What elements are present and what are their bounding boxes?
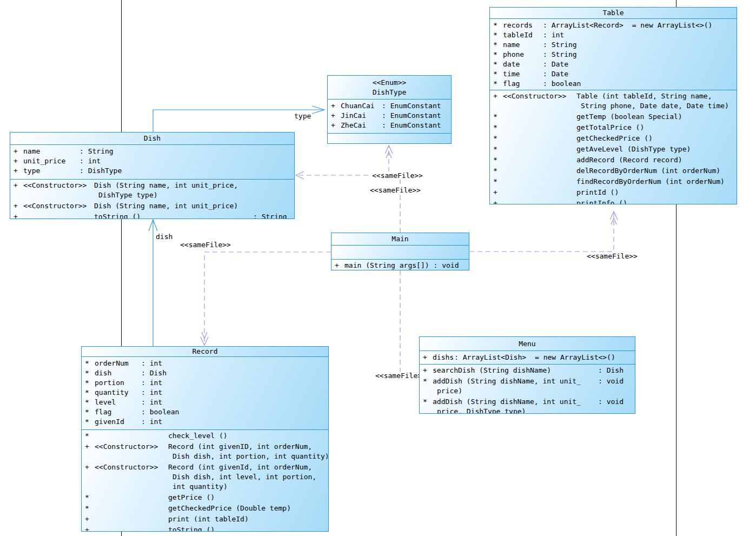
class-main[interactable]: Main +main (String args[]): void: [331, 233, 469, 270]
dependency-label-main-record[interactable]: <<sameFile>>: [180, 241, 231, 249]
attribute-row: +type: DishType: [14, 166, 291, 176]
class-dishtype[interactable]: <<Enum>>DishType +ChuanCai: EnumConstant…: [327, 75, 452, 144]
method-row: *addRecord (Record record): [493, 155, 733, 165]
method-row: +toString (): String: [14, 212, 291, 219]
association-label-type[interactable]: type: [294, 112, 311, 120]
method-row: +<<Constructor>>Dish (String name, int u…: [14, 201, 291, 211]
class-dish-title: Dish: [10, 133, 294, 144]
method-row: +searchDish (String dishName): Dish: [423, 366, 632, 375]
method-row: +print (int tableId): [85, 514, 325, 524]
attribute-row: *givenId: int: [85, 417, 325, 427]
attribute-row: +ZheCai: EnumConstant: [331, 121, 448, 130]
attribute-row: *flag: boolean: [85, 407, 325, 417]
attribute-row: *tableId: int: [493, 30, 733, 40]
class-table-methods: +<<Constructor>>Table (int tableId, Stri…: [490, 90, 737, 204]
dependency-label-main-dishtype[interactable]: <<sameFile>>: [369, 186, 421, 194]
class-title-line: Dish: [10, 134, 294, 143]
method-row: *getCheckedPrice (Double temp): [85, 504, 325, 513]
connector-main-to-record[interactable]: [201, 252, 331, 345]
attribute-row: +ChuanCai: EnumConstant: [331, 101, 448, 111]
class-menu-title: Menu: [420, 337, 635, 350]
connector-main-to-table[interactable]: [469, 211, 618, 252]
class-record-methods: *check_level ()+<<Constructor>>Record (i…: [82, 429, 328, 532]
class-menu[interactable]: Menu +dishs: ArrayList<Dish>= new ArrayL…: [419, 336, 635, 414]
method-row: +printInfo (): [493, 198, 733, 204]
method-row: +<<Constructor>>Record (int givenID, int…: [85, 442, 325, 461]
class-title-line: <<Enum>>: [328, 78, 451, 88]
attribute-row: +unit_price: int: [14, 156, 291, 166]
attribute-row: *name: String: [493, 40, 733, 50]
attribute-row: *portion: int: [85, 378, 325, 388]
method-row: +<<Constructor>>Record (int givenId, int…: [85, 462, 325, 492]
class-main-title: Main: [331, 233, 469, 245]
class-title-line: Record: [82, 347, 328, 356]
class-title-line: Table: [490, 8, 737, 18]
class-record[interactable]: Record *orderNum: int*dish: Dish*portion…: [81, 346, 329, 532]
connector-main-to-dishtype[interactable]: [385, 145, 393, 172]
method-row: *getTotalPrice (): [493, 123, 733, 133]
method-row: *findRecordByOrderNum (int orderNum): [493, 177, 733, 187]
uml-diagram-canvas: type dish <<sameFile>> <<sameFile>> <<sa…: [0, 0, 756, 536]
attribute-row: *date: Date: [493, 59, 733, 69]
dependency-label-main-table[interactable]: <<sameFile>>: [586, 252, 638, 260]
class-menu-methods: +searchDish (String dishName): Dish*addD…: [420, 364, 635, 414]
class-table-attributes: *records: ArrayList<Record>= new ArrayLi…: [490, 18, 737, 90]
method-row: *check_level (): [85, 431, 325, 441]
class-dishtype-methods: [328, 133, 451, 143]
method-row: *addDish (String dishName, int unit_pric…: [423, 376, 632, 396]
class-record-attributes: *orderNum: int*dish: Dish*portion: int*q…: [82, 356, 328, 429]
class-dish-methods: +<<Constructor>>Dish (String name, int u…: [10, 179, 294, 219]
method-row: *addDish (String dishName, int unit_pric…: [423, 397, 632, 414]
method-row: *getPrice (): [85, 493, 325, 502]
dependency-label-main-dish[interactable]: <<sameFile>>: [372, 171, 423, 180]
method-row: *getAveLevel (DishType type): [493, 144, 733, 154]
method-row: +<<Constructor>>Table (int tableId, Stri…: [493, 91, 733, 111]
attribute-row: *phone: String: [493, 50, 733, 59]
attribute-row: *quantity: int: [85, 388, 325, 398]
attribute-row: *dish: Dish: [85, 368, 325, 378]
class-menu-attributes: +dishs: ArrayList<Dish>= new ArrayList<>…: [420, 350, 635, 364]
attribute-row: *time: Date: [493, 69, 733, 79]
attribute-row: +JinCai: EnumConstant: [331, 111, 448, 121]
class-table[interactable]: Table *records: ArrayList<Record>= new A…: [489, 7, 737, 204]
class-title-line: Main: [331, 234, 469, 244]
method-row: +printId (): [493, 188, 733, 197]
class-title-line: Menu: [420, 339, 635, 349]
attribute-row: +dishs: ArrayList<Dish>= new ArrayList<>…: [423, 353, 632, 362]
class-dishtype-title: <<Enum>>DishType: [328, 76, 451, 99]
class-dish[interactable]: Dish +name: String+unit_price: int+type:…: [10, 132, 295, 219]
class-main-attributes: [331, 245, 469, 259]
attribute-row: *level: int: [85, 398, 325, 407]
method-row: *getTemp (boolean Special): [493, 112, 733, 122]
connector-main-to-dish[interactable]: [296, 171, 400, 233]
attribute-row: *orderNum: int: [85, 359, 325, 368]
method-row: *delRecordByOrderNum (int orderNum): [493, 166, 733, 176]
class-title-line: DishType: [328, 88, 451, 97]
method-row: +main (String args[]): void: [335, 261, 466, 270]
class-table-title: Table: [490, 8, 737, 18]
association-label-dish[interactable]: dish: [155, 233, 173, 241]
attribute-row: *flag: boolean: [493, 79, 733, 89]
class-record-title: Record: [82, 347, 328, 356]
class-dishtype-attributes: +ChuanCai: EnumConstant+JinCai: EnumCons…: [328, 99, 451, 133]
method-row: +<<Constructor>>Dish (String name, int u…: [14, 181, 291, 200]
class-main-methods: +main (String args[]): void: [331, 259, 469, 270]
attribute-row: +name: String: [14, 147, 291, 156]
attribute-row: *records: ArrayList<Record>= new ArrayLi…: [493, 21, 733, 30]
method-row: *getCheckedPrice (): [493, 134, 733, 143]
class-dish-attributes: +name: String+unit_price: int+type: Dish…: [10, 144, 294, 179]
method-row: +toString (): [85, 525, 325, 532]
